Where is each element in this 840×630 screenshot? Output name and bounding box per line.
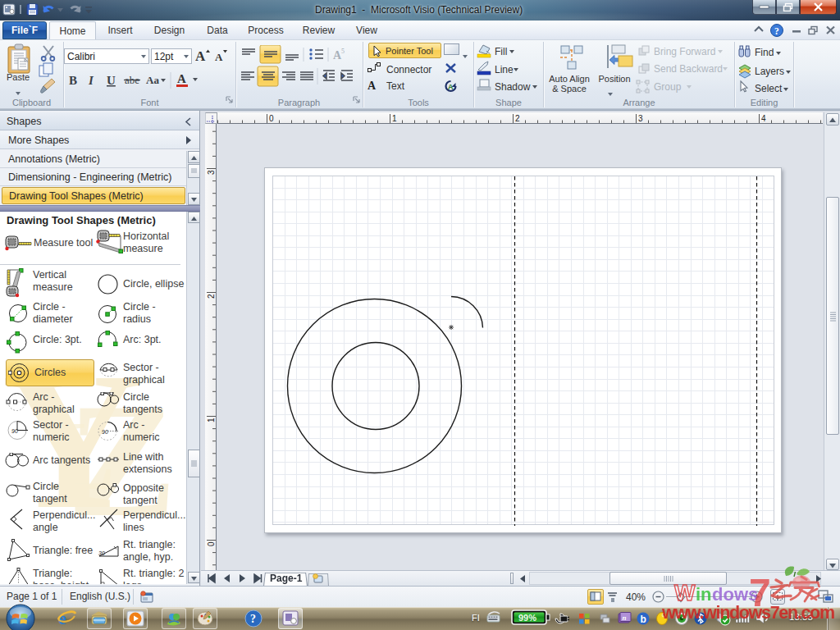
svg-text:A: A xyxy=(215,51,223,63)
svg-text:Find: Find xyxy=(755,47,774,58)
svg-text:2: 2 xyxy=(207,294,216,299)
svg-text:1: 1 xyxy=(207,418,216,422)
svg-text:b: b xyxy=(641,614,646,625)
svg-text:Shadow: Shadow xyxy=(495,81,531,93)
svg-text:A: A xyxy=(448,83,454,91)
svg-text:Line: Line xyxy=(495,64,514,75)
svg-text:90: 90 xyxy=(11,428,18,434)
svg-text:I: I xyxy=(88,74,94,87)
svg-text:0: 0 xyxy=(269,114,274,123)
svg-text:Fill: Fill xyxy=(495,46,507,57)
svg-text:30: 30 xyxy=(98,550,105,556)
svg-text:B: B xyxy=(69,74,77,87)
svg-text:99%: 99% xyxy=(518,613,536,623)
svg-text:Aa: Aa xyxy=(146,74,159,86)
svg-text:?: ? xyxy=(774,26,779,36)
svg-text:Select: Select xyxy=(755,83,783,94)
svg-text:Connector: Connector xyxy=(386,64,431,75)
svg-text:3: 3 xyxy=(638,114,643,123)
svg-text:0: 0 xyxy=(207,541,216,546)
svg-text:Text: Text xyxy=(386,80,405,92)
svg-text:4: 4 xyxy=(761,114,766,123)
svg-text:2: 2 xyxy=(515,114,520,123)
svg-text:5: 5 xyxy=(341,48,345,55)
svg-text:n: n xyxy=(623,614,627,622)
svg-text:U: U xyxy=(107,74,116,87)
svg-text:90: 90 xyxy=(102,429,108,435)
svg-text:Layers: Layers xyxy=(755,66,784,77)
svg-text:?: ? xyxy=(250,613,256,625)
svg-text:Bring Forward: Bring Forward xyxy=(654,46,715,57)
svg-text:Send Backward: Send Backward xyxy=(654,63,723,75)
svg-text:A: A xyxy=(177,72,186,85)
svg-text:A: A xyxy=(368,80,377,92)
svg-text:1: 1 xyxy=(392,114,397,123)
svg-text:A: A xyxy=(195,48,206,64)
svg-text:Group: Group xyxy=(654,81,682,93)
svg-text:3: 3 xyxy=(207,170,216,175)
